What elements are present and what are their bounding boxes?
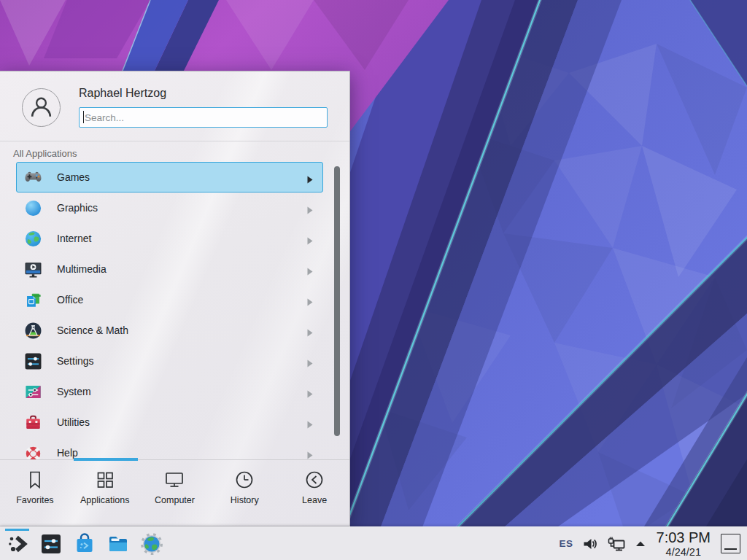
menu-item-help[interactable]: Help <box>16 438 323 459</box>
discover-bag-icon <box>73 532 96 556</box>
web-browser-button[interactable] <box>139 529 164 559</box>
user-name: Raphael Hertzog <box>79 87 166 100</box>
tab-computer[interactable]: Computer <box>140 470 210 526</box>
show-desktop-button[interactable] <box>721 534 740 553</box>
system-settings-icon <box>39 532 63 556</box>
menu-item-games[interactable]: Games <box>16 162 323 192</box>
browser-globe-icon <box>140 532 163 556</box>
section-label-all-applications: All Applications <box>0 141 349 161</box>
search-input[interactable] <box>79 107 328 128</box>
submenu-arrow-icon <box>307 388 313 396</box>
submenu-arrow-icon <box>307 449 313 457</box>
media-monitor-icon <box>23 260 43 279</box>
system-settings-button[interactable] <box>39 529 63 559</box>
history-clock-icon <box>234 470 255 490</box>
digital-clock[interactable]: 7:03 PM 4/24/21 <box>655 530 712 558</box>
keyboard-layout-indicator[interactable]: ES <box>560 538 573 549</box>
menu-item-system[interactable]: System <box>16 376 323 407</box>
submenu-arrow-icon <box>307 327 313 335</box>
active-tab-indicator <box>74 458 138 461</box>
text-cursor <box>83 111 84 123</box>
menu-item-graphics[interactable]: Graphics <box>16 192 323 223</box>
computer-icon <box>164 470 185 490</box>
lifebuoy-icon <box>23 443 43 460</box>
toolbox-icon <box>23 413 43 432</box>
menu-item-label: Help <box>57 447 78 459</box>
application-launcher-button[interactable] <box>5 529 30 559</box>
sliders-icon <box>23 351 43 371</box>
globe-icon <box>23 229 43 249</box>
tray-expander-arrow-icon[interactable] <box>635 540 646 548</box>
system-sliders-icon <box>23 382 43 402</box>
documents-icon <box>23 290 43 310</box>
bookmark-icon <box>25 470 45 490</box>
menu-item-multimedia[interactable]: Multimedia <box>16 254 323 284</box>
tab-history[interactable]: History <box>209 470 279 526</box>
tab-label: Favorites <box>16 495 53 505</box>
menu-item-label: Graphics <box>57 202 98 214</box>
submenu-arrow-icon <box>307 174 313 182</box>
tab-label: Computer <box>155 495 195 505</box>
tab-leave[interactable]: Leave <box>279 470 349 526</box>
menu-item-settings[interactable]: Settings <box>16 346 323 376</box>
menu-item-label: Games <box>57 171 90 183</box>
discover-software-button[interactable] <box>72 529 97 559</box>
menu-item-label: Office <box>57 294 83 306</box>
system-tray: ES 7:03 PM <box>560 530 747 558</box>
tab-label: Leave <box>302 495 327 505</box>
folder-icon <box>107 532 130 556</box>
submenu-arrow-icon <box>307 419 313 427</box>
tab-label: History <box>231 495 259 505</box>
clock-date: 4/24/21 <box>657 547 711 558</box>
volume-icon[interactable] <box>582 537 598 551</box>
network-icon[interactable] <box>607 536 626 552</box>
leave-icon <box>304 470 325 490</box>
list-scrollbar[interactable] <box>334 166 340 436</box>
submenu-arrow-icon <box>307 357 313 365</box>
launcher-header: Raphael Hertzog <box>0 71 349 141</box>
file-manager-button[interactable] <box>106 529 131 559</box>
gamepad-icon <box>23 168 43 187</box>
menu-item-label: Science & Math <box>57 324 128 336</box>
user-avatar-icon <box>23 89 60 126</box>
tab-applications[interactable]: Applications <box>70 470 140 526</box>
application-launcher-menu: Raphael Hertzog All Applications Games <box>0 71 350 526</box>
menu-item-label: Multimedia <box>57 263 107 275</box>
menu-item-label: Utilities <box>57 416 90 428</box>
menu-item-utilities[interactable]: Utilities <box>16 407 323 438</box>
menu-item-internet[interactable]: Internet <box>16 223 323 254</box>
taskbar-panel: ES 7:03 PM <box>0 526 747 560</box>
app-grid-icon <box>95 470 115 490</box>
submenu-arrow-icon <box>307 204 313 212</box>
tab-label: Applications <box>80 495 129 505</box>
submenu-arrow-icon <box>307 235 313 243</box>
menu-item-label: Settings <box>57 355 94 367</box>
submenu-arrow-icon <box>307 265 313 273</box>
menu-item-science-math[interactable]: Science & Math <box>16 315 323 346</box>
menu-item-office[interactable]: Office <box>16 284 323 315</box>
menu-item-label: System <box>57 386 91 397</box>
kickoff-launcher-icon <box>6 532 29 556</box>
tab-favorites[interactable]: Favorites <box>0 470 70 526</box>
menu-item-label: Internet <box>57 233 91 244</box>
category-list: Games Graphics <box>0 161 349 459</box>
clock-time: 7:03 PM <box>657 530 711 545</box>
flask-icon <box>23 321 43 341</box>
launcher-footer: Favorites Applications Computer <box>0 459 349 526</box>
user-avatar[interactable] <box>22 88 61 127</box>
sphere-icon <box>23 198 43 218</box>
submenu-arrow-icon <box>307 296 313 304</box>
